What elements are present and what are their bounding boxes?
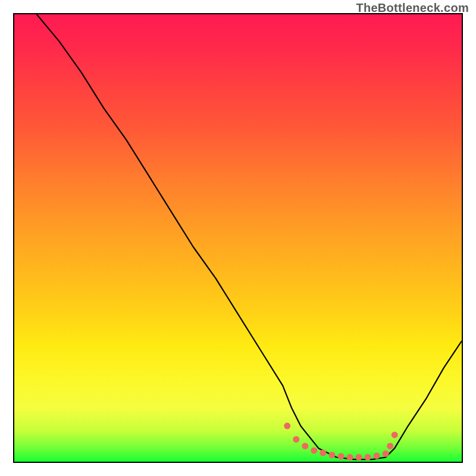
bottleneck-line xyxy=(37,14,462,459)
minimum-marker-dot xyxy=(374,453,380,459)
plot-area xyxy=(13,13,463,463)
minimum-marker-dot xyxy=(383,450,389,457)
minimum-marker-dot xyxy=(328,452,335,458)
minimum-marker-dot xyxy=(392,431,398,438)
minimum-marker-dot xyxy=(365,454,371,461)
chart-svg xyxy=(14,14,462,462)
watermark-text: TheBottleneck.com xyxy=(356,1,469,15)
minimum-marker-dot xyxy=(338,453,345,460)
minimum-marker-dot xyxy=(284,422,290,429)
minimum-markers-group xyxy=(284,422,398,461)
chart-container: TheBottleneck.com xyxy=(0,0,476,476)
minimum-marker-dot xyxy=(293,436,299,443)
minimum-marker-dot xyxy=(356,454,362,461)
minimum-marker-dot xyxy=(302,443,308,449)
minimum-marker-dot xyxy=(387,443,393,449)
minimum-marker-dot xyxy=(311,447,317,454)
minimum-marker-dot xyxy=(320,450,326,456)
minimum-marker-dot xyxy=(347,454,353,461)
